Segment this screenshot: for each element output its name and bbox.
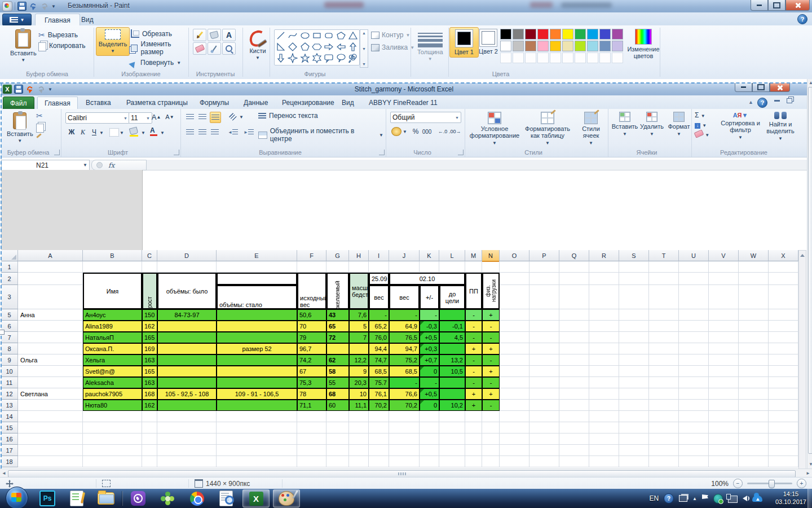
- cell-J7[interactable]: 76,5: [389, 332, 420, 343]
- grid-cell[interactable]: [589, 354, 619, 366]
- grid-cell[interactable]: [769, 332, 798, 343]
- action-center-icon[interactable]: [702, 494, 708, 499]
- palette-color[interactable]: [500, 41, 511, 51]
- grid-cell[interactable]: [482, 411, 500, 422]
- grid-cell[interactable]: [559, 388, 589, 400]
- cell-H13[interactable]: 11,1: [349, 400, 369, 411]
- grid-cell[interactable]: [619, 321, 649, 332]
- alignment-dialog-launcher[interactable]: [379, 150, 385, 155]
- grid-cell[interactable]: [482, 456, 500, 467]
- cell-G12[interactable]: 68: [326, 388, 349, 400]
- increase-indent-button[interactable]: ►: [244, 127, 254, 137]
- grid-cell[interactable]: [559, 273, 589, 285]
- grid-cell[interactable]: [326, 445, 349, 456]
- column-header-O[interactable]: O: [500, 250, 529, 261]
- grid-cell[interactable]: [297, 433, 326, 445]
- cell-M7[interactable]: -: [465, 332, 482, 343]
- redo-icon[interactable]: [40, 2, 49, 10]
- column-header-N[interactable]: N: [482, 250, 500, 262]
- grid-cell[interactable]: [739, 456, 769, 467]
- accounting-format-icon[interactable]: [391, 127, 401, 136]
- cell-E8[interactable]: размер 52: [217, 343, 297, 354]
- grid-cell[interactable]: [559, 321, 589, 332]
- thickness-button[interactable]: Толщина▼: [414, 27, 447, 63]
- grid-cell[interactable]: [649, 400, 679, 411]
- row-header-8[interactable]: 8: [1, 343, 18, 354]
- palette-color[interactable]: [587, 29, 598, 40]
- grid-cell[interactable]: [142, 261, 157, 273]
- grid-cell[interactable]: [297, 456, 326, 467]
- grid-cell[interactable]: [769, 354, 798, 366]
- align-bottom-button[interactable]: [210, 112, 221, 123]
- palette-empty-slot[interactable]: [525, 52, 536, 63]
- shape-oval-callout-icon[interactable]: [336, 53, 346, 63]
- grid-cell[interactable]: [142, 456, 157, 467]
- taskbar-item-photoshop[interactable]: Ps: [34, 490, 60, 507]
- grid-cell[interactable]: [465, 422, 482, 433]
- grid-cell[interactable]: [679, 261, 709, 273]
- show-desktop-button[interactable]: [807, 489, 812, 508]
- grid-cell[interactable]: [769, 343, 798, 354]
- grid-cell[interactable]: [559, 354, 589, 366]
- decrease-indent-button[interactable]: ◄: [228, 127, 238, 137]
- grid-cell[interactable]: [679, 422, 709, 433]
- shape-hexagon-icon[interactable]: [312, 42, 322, 52]
- cell-G8[interactable]: [326, 343, 349, 354]
- grid-cell[interactable]: [83, 261, 142, 273]
- grid-cell[interactable]: [559, 400, 589, 411]
- minimize-button[interactable]: [751, 0, 768, 11]
- cell-G7[interactable]: 72: [326, 332, 349, 343]
- grid-cell[interactable]: [589, 411, 619, 422]
- row-header-14[interactable]: 14: [1, 411, 18, 422]
- cell-H12[interactable]: 10: [349, 388, 369, 400]
- column-header-J[interactable]: J: [389, 250, 420, 261]
- grid-cell[interactable]: [739, 400, 769, 411]
- column-header-Q[interactable]: Q: [559, 250, 589, 261]
- excel-tab-insert[interactable]: Вставка: [79, 97, 118, 109]
- palette-color[interactable]: [513, 29, 524, 40]
- grid-cell[interactable]: [649, 343, 679, 354]
- cell-N7[interactable]: -: [482, 332, 500, 343]
- row-header-18[interactable]: 18: [1, 456, 18, 467]
- grid-cell[interactable]: [739, 309, 769, 321]
- cell-L5[interactable]: [439, 309, 465, 321]
- name-box[interactable]: N21 ▼: [1, 160, 90, 170]
- grid-cell[interactable]: [709, 354, 739, 366]
- column-header-V[interactable]: V: [709, 250, 739, 261]
- fill-color-dropdown-icon[interactable]: ▼: [141, 130, 145, 135]
- cell-J11[interactable]: -: [389, 377, 420, 388]
- excel-help-icon[interactable]: ?: [757, 98, 767, 108]
- network-icon[interactable]: [728, 496, 738, 503]
- taskbar-item-explorer[interactable]: [93, 490, 119, 507]
- cell-L11[interactable]: [439, 377, 465, 388]
- cell-B12[interactable]: pauchok7905: [83, 388, 142, 400]
- grid-cell[interactable]: [739, 332, 769, 343]
- grid-cell[interactable]: [739, 377, 769, 388]
- borders-icon[interactable]: [109, 128, 119, 137]
- grid-cell[interactable]: [619, 456, 649, 467]
- cell-F11[interactable]: 75,3: [297, 377, 326, 388]
- column-header-M[interactable]: M: [465, 250, 482, 261]
- grid-cell[interactable]: [739, 411, 769, 422]
- grid-cell[interactable]: [529, 321, 559, 332]
- cell-G6[interactable]: 65: [326, 321, 349, 332]
- shape-down-arrow-icon[interactable]: [276, 53, 286, 63]
- cell-C13[interactable]: 162: [142, 400, 157, 411]
- grid-cell[interactable]: [589, 285, 619, 309]
- palette-color[interactable]: [550, 41, 561, 51]
- cell-K7[interactable]: +0,5: [420, 332, 439, 343]
- cut-button[interactable]: ✂Вырезать: [36, 30, 88, 40]
- grid-cell[interactable]: [18, 343, 83, 354]
- grid-cell[interactable]: [500, 261, 529, 273]
- cell-M5[interactable]: -: [465, 309, 482, 321]
- grid-cell[interactable]: [18, 445, 83, 456]
- number-dialog-launcher[interactable]: [458, 150, 464, 155]
- grid-cell[interactable]: [217, 456, 297, 467]
- header-cell-I3[interactable]: вес: [369, 285, 389, 309]
- grid-cell[interactable]: [529, 445, 559, 456]
- grid-cell[interactable]: [18, 456, 83, 467]
- cell-K10[interactable]: 0: [420, 366, 439, 377]
- shape-rounded-rectangle-icon[interactable]: [324, 30, 334, 41]
- grid-cell[interactable]: [649, 433, 679, 445]
- grid-cell[interactable]: [739, 343, 769, 354]
